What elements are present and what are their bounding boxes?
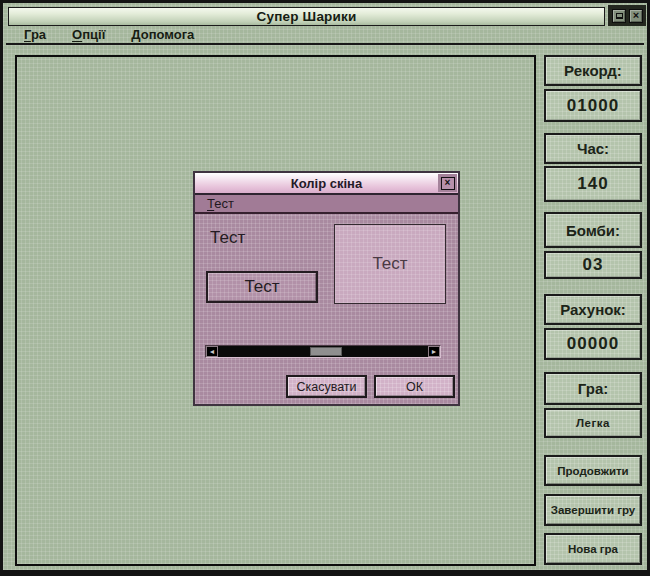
close-icon: × bbox=[633, 10, 639, 21]
menu-item-game-accel: Г bbox=[24, 27, 31, 42]
menu-item-help-label: опомога bbox=[141, 27, 195, 42]
bombs-value-panel: 03 bbox=[544, 251, 642, 279]
close-icon: × bbox=[445, 178, 451, 188]
game-mode-value-panel: Легка bbox=[544, 408, 642, 438]
continue-button[interactable]: Продовжити bbox=[544, 455, 642, 486]
record-label-panel: Рекорд: bbox=[544, 55, 642, 86]
dialog-title: Колір скіна bbox=[291, 176, 362, 191]
menu-item-help-accel: Д bbox=[131, 27, 140, 42]
skin-color-dialog: Колір скіна × Тест Тест Тест Тест ◄ bbox=[193, 171, 460, 406]
color-scrollbar[interactable]: ◄ ► bbox=[205, 345, 441, 358]
window-titlebar[interactable]: Супер Шарики bbox=[8, 7, 605, 26]
test-label: Тест bbox=[210, 228, 245, 248]
end-game-button[interactable]: Завершити гру bbox=[544, 494, 642, 526]
menu-item-options[interactable]: Опції bbox=[72, 27, 105, 42]
ok-button[interactable]: ОК bbox=[374, 375, 455, 398]
dialog-body: Тест Тест Тест ◄ ► Скасувати ОК bbox=[195, 216, 458, 404]
time-label-panel: Час: bbox=[544, 133, 642, 164]
bombs-label-panel: Бомби: bbox=[544, 212, 642, 248]
menu-item-game[interactable]: Гра bbox=[24, 27, 46, 42]
menu-item-help[interactable]: Допомога bbox=[131, 27, 194, 42]
window-controls: × bbox=[608, 5, 646, 26]
arrow-right-icon: ► bbox=[431, 348, 438, 355]
time-value-panel: 140 bbox=[544, 166, 642, 202]
dialog-menu-bar: Тест bbox=[195, 195, 458, 214]
menu-item-options-label: пції bbox=[82, 27, 105, 42]
scrollbar-thumb[interactable] bbox=[310, 347, 342, 356]
close-button[interactable]: × bbox=[629, 9, 643, 23]
menu-bar: Гра Опції Допомога bbox=[6, 26, 644, 45]
preview-label: Тест bbox=[372, 254, 407, 274]
scroll-right-button[interactable]: ► bbox=[428, 346, 440, 357]
record-value-panel: 01000 bbox=[544, 89, 642, 122]
scrollbar-track[interactable] bbox=[218, 346, 428, 357]
menu-item-options-accel: О bbox=[72, 27, 82, 42]
window-title: Супер Шарики bbox=[257, 9, 357, 24]
dialog-close-button[interactable]: × bbox=[441, 177, 455, 190]
dialog-titlebar[interactable]: Колір скіна × bbox=[195, 173, 458, 195]
cancel-button[interactable]: Скасувати bbox=[286, 375, 367, 398]
dialog-controls: × bbox=[438, 174, 457, 192]
arrow-left-icon: ◄ bbox=[209, 348, 216, 355]
dialog-menu-item-test[interactable]: Тест bbox=[207, 196, 234, 211]
score-label-panel: Рахунок: bbox=[544, 294, 642, 325]
app-window: Супер Шарики × Гра Опції Допомога Рекорд… bbox=[0, 0, 650, 576]
score-value-panel: 00000 bbox=[544, 328, 642, 360]
dialog-menu-test-label: ест bbox=[214, 196, 234, 211]
skin-preview-panel: Тест bbox=[334, 224, 446, 304]
new-game-button[interactable]: Нова гра bbox=[544, 533, 642, 565]
menu-item-game-label: ра bbox=[31, 27, 46, 42]
minimize-icon bbox=[616, 13, 623, 19]
test-button[interactable]: Тест bbox=[206, 271, 318, 303]
scroll-left-button[interactable]: ◄ bbox=[206, 346, 218, 357]
game-mode-label-panel: Гра: bbox=[544, 372, 642, 405]
minimize-button[interactable] bbox=[612, 9, 626, 23]
